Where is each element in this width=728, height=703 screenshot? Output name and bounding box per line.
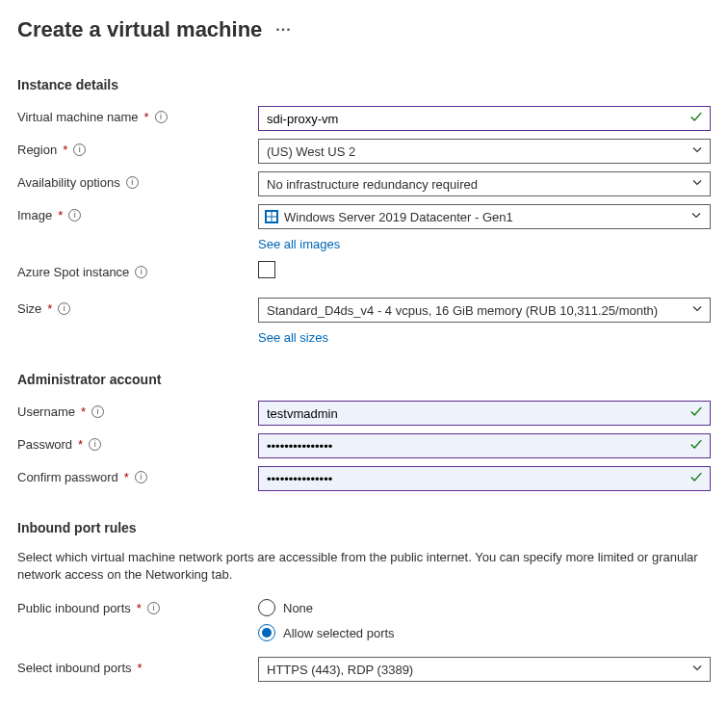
heading-ports: Inbound port rules	[17, 520, 711, 535]
info-icon[interactable]: i	[73, 143, 86, 156]
see-all-images-link[interactable]: See all images	[258, 237, 711, 251]
info-icon[interactable]: i	[155, 111, 168, 123]
required-asterisk: *	[144, 110, 149, 124]
radio-icon	[258, 599, 275, 616]
section-instance-details: Instance details Virtual machine name * …	[17, 77, 711, 345]
radio-none[interactable]: None	[258, 599, 711, 616]
required-asterisk: *	[58, 208, 63, 222]
section-inbound-ports: Inbound port rules Select which virtual …	[17, 520, 711, 684]
label-confirm-password: Confirm password * i	[17, 466, 258, 484]
label-password: Password * i	[17, 433, 258, 452]
windows-icon	[265, 210, 278, 223]
info-icon[interactable]: i	[126, 176, 139, 189]
radio-allow-selected[interactable]: Allow selected ports	[258, 624, 711, 641]
required-asterisk: *	[137, 601, 142, 615]
label-username: Username * i	[17, 401, 258, 419]
svg-rect-0	[267, 212, 272, 217]
label-image: Image * i	[17, 204, 258, 222]
ports-description: Select which virtual machine network por…	[17, 549, 711, 584]
label-vm-name: Virtual machine name * i	[17, 106, 258, 124]
required-asterisk: *	[78, 437, 83, 452]
label-region: Region * i	[17, 139, 258, 157]
info-icon[interactable]: i	[147, 602, 160, 614]
see-all-sizes-link[interactable]: See all sizes	[258, 330, 711, 345]
svg-rect-3	[273, 218, 277, 222]
info-icon[interactable]: i	[89, 438, 101, 451]
required-asterisk: *	[63, 143, 67, 157]
required-asterisk: *	[124, 470, 129, 484]
heading-instance: Instance details	[17, 77, 711, 92]
availability-select[interactable]: No infrastructure redundancy required	[258, 171, 711, 196]
size-select[interactable]: Standard_D4ds_v4 - 4 vcpus, 16 GiB memor…	[258, 298, 711, 323]
info-icon[interactable]: i	[91, 405, 104, 418]
spot-instance-checkbox[interactable]	[258, 261, 275, 278]
vm-name-input[interactable]	[258, 106, 711, 131]
info-icon[interactable]: i	[68, 209, 81, 221]
inbound-ports-select[interactable]: HTTPS (443), RDP (3389)	[258, 657, 711, 682]
page-title: Create a virtual machine ···	[17, 17, 711, 42]
password-input[interactable]	[258, 433, 711, 458]
page-title-text: Create a virtual machine	[17, 17, 262, 42]
label-spot: Azure Spot instance i	[17, 261, 258, 279]
region-select[interactable]: (US) West US 2	[258, 139, 711, 164]
chevron-down-icon	[690, 210, 702, 224]
section-admin-account: Administrator account Username * i Passw…	[17, 372, 711, 493]
info-icon[interactable]: i	[135, 266, 147, 278]
label-select-ports: Select inbound ports *	[17, 657, 258, 675]
heading-admin: Administrator account	[17, 372, 711, 387]
required-asterisk: *	[138, 661, 143, 675]
confirm-password-input[interactable]	[258, 466, 711, 491]
svg-rect-1	[273, 212, 277, 217]
required-asterisk: *	[81, 404, 86, 419]
image-select[interactable]: Windows Server 2019 Datacenter - Gen1	[258, 204, 711, 229]
info-icon[interactable]: i	[58, 302, 70, 315]
public-ports-radio-group: None Allow selected ports	[258, 597, 711, 641]
label-availability: Availability options i	[17, 171, 258, 190]
required-asterisk: *	[47, 301, 52, 316]
radio-icon	[258, 624, 275, 641]
label-public-ports: Public inbound ports * i	[17, 597, 258, 615]
more-actions-icon[interactable]: ···	[275, 21, 291, 39]
info-icon[interactable]: i	[135, 471, 147, 483]
username-input[interactable]	[258, 401, 711, 426]
label-size: Size * i	[17, 298, 258, 316]
svg-rect-2	[267, 218, 272, 222]
